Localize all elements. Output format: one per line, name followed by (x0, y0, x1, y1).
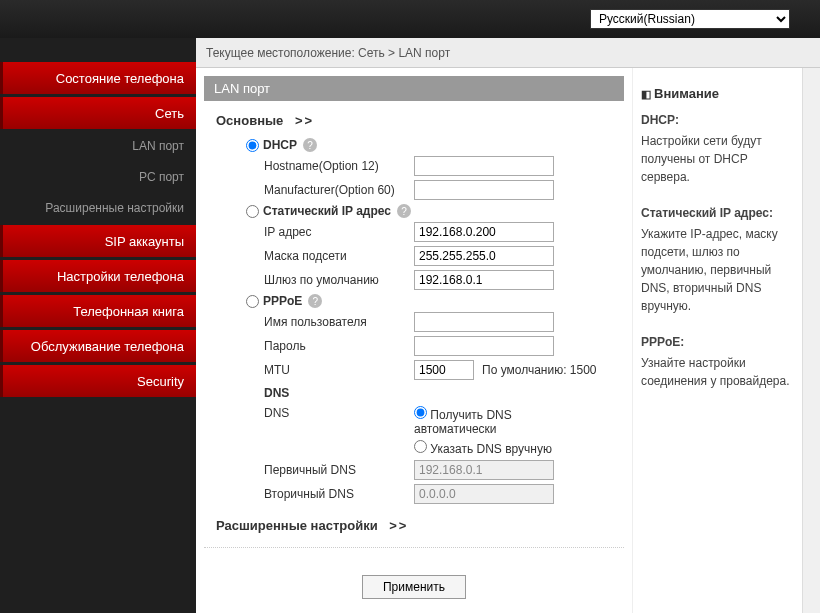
chevron-right-icon: >> (295, 113, 314, 128)
secondary-dns-input (414, 484, 554, 504)
mtu-default-text: По умолчанию: 1500 (482, 363, 597, 377)
section-advanced-label: Расширенные настройки (216, 518, 378, 533)
pppoe-pass-label: Пароль (264, 339, 414, 353)
section-basic-label: Основные (216, 113, 283, 128)
pppoe-user-label: Имя пользователя (264, 315, 414, 329)
top-bar: Русский(Russian) (0, 0, 820, 38)
radio-dhcp[interactable] (246, 139, 259, 152)
ip-label: IP адрес (264, 225, 414, 239)
help-static-title: Статический IP адрес: (641, 204, 790, 222)
nav-lan-port[interactable]: LAN порт (0, 132, 196, 160)
help-icon[interactable]: ? (397, 204, 411, 218)
nav-advanced-net[interactable]: Расширенные настройки (0, 194, 196, 222)
section-advanced-header[interactable]: Расширенные настройки >> (216, 518, 624, 533)
nav-phone-settings[interactable]: Настройки телефона (0, 260, 196, 292)
radio-pppoe[interactable] (246, 295, 259, 308)
secondary-dns-label: Вторичный DNS (264, 487, 414, 501)
divider (204, 547, 624, 548)
breadcrumb: Текущее местоположение: Сеть > LAN порт (196, 38, 820, 68)
radio-dns-auto-label: Получить DNS автоматически (414, 408, 512, 436)
radio-dns-auto[interactable] (414, 406, 427, 419)
radio-dns-manual-label: Указать DNS вручную (430, 442, 552, 456)
content-area: LAN порт Основные >> DHCP ? Hostname(Opt… (196, 68, 632, 613)
nav-phonebook[interactable]: Телефонная книга (0, 295, 196, 327)
gateway-label: Шлюз по умолчанию (264, 273, 414, 287)
nav-sip-accounts[interactable]: SIP аккаунты (0, 225, 196, 257)
mtu-input[interactable] (414, 360, 474, 380)
mtu-label: MTU (264, 363, 414, 377)
mask-label: Маска подсети (264, 249, 414, 263)
hostname-input[interactable] (414, 156, 554, 176)
manufacturer-input[interactable] (414, 180, 554, 200)
scrollbar[interactable] (802, 68, 820, 613)
primary-dns-input (414, 460, 554, 480)
primary-dns-label: Первичный DNS (264, 463, 414, 477)
radio-static-label: Статический IP адрес (263, 204, 391, 218)
radio-dns-manual[interactable] (414, 440, 427, 453)
help-pppoe-title: PPPoE: (641, 333, 790, 351)
hostname-label: Hostname(Option 12) (264, 159, 414, 173)
help-title: Внимание (641, 86, 790, 101)
chevron-right-icon: >> (389, 518, 408, 533)
nav-pc-port[interactable]: PC порт (0, 163, 196, 191)
pppoe-user-input[interactable] (414, 312, 554, 332)
radio-static[interactable] (246, 205, 259, 218)
help-pppoe-text: Узнайте настройки соединения у провайдер… (641, 356, 790, 388)
mask-input[interactable] (414, 246, 554, 266)
gateway-input[interactable] (414, 270, 554, 290)
help-dhcp-title: DHCP: (641, 111, 790, 129)
help-panel: Внимание DHCP: Настройки сети будут полу… (632, 68, 802, 613)
help-static-text: Укажите IP-адрес, маску подсети, шлюз по… (641, 227, 778, 313)
help-icon[interactable]: ? (308, 294, 322, 308)
nav-phone-maintenance[interactable]: Обслуживание телефона (0, 330, 196, 362)
nav-security[interactable]: Security (0, 365, 196, 397)
dns-label: DNS (264, 406, 414, 420)
manufacturer-label: Manufacturer(Option 60) (264, 183, 414, 197)
radio-pppoe-label: PPPoE (263, 294, 302, 308)
language-select[interactable]: Русский(Russian) (590, 9, 790, 29)
nav-phone-status[interactable]: Состояние телефона (0, 62, 196, 94)
ip-input[interactable] (414, 222, 554, 242)
help-dhcp-text: Настройки сети будут получены от DHCP се… (641, 134, 762, 184)
sidebar: Состояние телефона Сеть LAN порт PC порт… (0, 38, 196, 613)
pppoe-pass-input[interactable] (414, 336, 554, 356)
dns-heading: DNS (264, 386, 624, 400)
apply-button[interactable]: Применить (362, 575, 466, 599)
help-icon[interactable]: ? (303, 138, 317, 152)
radio-dhcp-label: DHCP (263, 138, 297, 152)
nav-network[interactable]: Сеть (0, 97, 196, 129)
section-basic-header[interactable]: Основные >> (216, 113, 624, 128)
panel-title: LAN порт (204, 76, 624, 101)
